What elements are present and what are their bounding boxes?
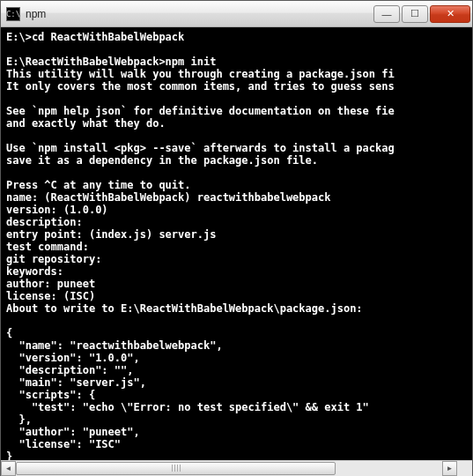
scroll-right-button[interactable]: ►	[442, 461, 457, 476]
scroll-left-button[interactable]: ◄	[1, 461, 16, 476]
horizontal-scrollbar[interactable]: ◄ ►	[1, 460, 472, 475]
close-button[interactable]: ✕	[430, 5, 470, 23]
window-controls: — ☐ ✕	[373, 5, 470, 23]
window-title: npm	[26, 8, 373, 20]
terminal-output[interactable]: E:\>cd ReactWithBabelWebpack E:\ReactWit…	[1, 27, 472, 460]
titlebar[interactable]: C:\ npm — ☐ ✕	[1, 1, 472, 27]
scroll-track[interactable]	[16, 461, 442, 476]
minimize-button[interactable]: —	[373, 5, 400, 23]
app-icon: C:\	[6, 7, 20, 21]
resize-grip[interactable]	[457, 461, 472, 476]
maximize-button[interactable]: ☐	[402, 5, 428, 23]
scroll-thumb[interactable]	[16, 462, 336, 475]
command-prompt-window: C:\ npm — ☐ ✕ E:\>cd ReactWithBabelWebpa…	[0, 0, 473, 476]
